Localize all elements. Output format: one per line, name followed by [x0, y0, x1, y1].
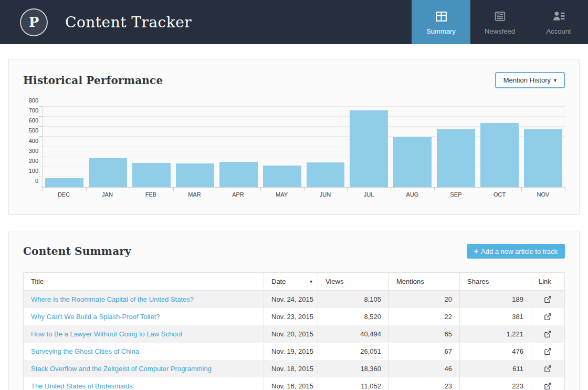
nav-tab-summary[interactable]: Summary [412, 0, 470, 44]
article-title-link[interactable]: Why Can't We Build a Splash-Proof Toilet… [31, 313, 160, 321]
bar-slot-nov [521, 107, 565, 187]
bar-dec[interactable] [45, 178, 83, 187]
mentions-cell: 65 [389, 325, 460, 343]
bar-slot-jun [304, 107, 348, 187]
column-header-link[interactable]: Link [531, 273, 565, 291]
caret-down-icon: ▾ [554, 77, 556, 83]
bar-slot-feb [130, 107, 173, 187]
x-axis-label-aug: AUG [391, 191, 434, 198]
x-axis-tick [86, 187, 87, 191]
logo-letter: P [29, 14, 39, 30]
mentions-cell: 46 [389, 360, 460, 377]
y-axis-label-200: 200 [24, 158, 38, 164]
navbar: P Content Tracker SummaryNewsfeedAccount [0, 0, 588, 44]
y-axis-label-300: 300 [24, 148, 38, 154]
article-title-cell: Surveying the Ghost Cities of China [24, 343, 264, 360]
x-axis-tick [391, 187, 391, 191]
bar-slot-dec [43, 107, 86, 187]
article-title-cell: Why Can't We Build a Splash-Proof Toilet… [24, 308, 264, 325]
external-link-icon[interactable] [544, 347, 552, 355]
x-axis-label-dec: DEC [42, 191, 86, 198]
shares-cell: 611 [460, 360, 531, 377]
bar-aug[interactable] [393, 137, 432, 187]
nav-tab-account[interactable]: Account [529, 0, 588, 44]
external-link-icon[interactable] [544, 382, 552, 390]
external-link-icon[interactable] [544, 365, 552, 373]
article-title-cell: The United States of Bridesmaids [24, 377, 264, 390]
external-link-icon[interactable] [544, 295, 552, 303]
table-row: Stack Overflow and the Zeitgeist of Comp… [24, 360, 565, 377]
add-article-button[interactable]: + Add a new article to track [467, 244, 565, 259]
mentions-cell: 67 [389, 343, 460, 360]
nav-tabs: SummaryNewsfeedAccount [412, 0, 588, 44]
external-link-icon[interactable] [544, 313, 552, 321]
article-title-link[interactable]: Surveying the Ghost Cities of China [31, 347, 139, 355]
y-axis-label-400: 400 [24, 138, 38, 144]
views-cell: 11,052 [318, 377, 389, 390]
bar-jan[interactable] [89, 158, 127, 187]
y-axis-tick [39, 116, 43, 117]
bar-sep[interactable] [437, 129, 475, 187]
bar-jun[interactable] [307, 162, 345, 187]
article-title-link[interactable]: Stack Overflow and the Zeitgeist of Comp… [31, 365, 212, 373]
article-title-link[interactable]: How to Be a Lawyer Without Going to Law … [31, 330, 182, 338]
y-axis-label-100: 100 [24, 168, 38, 174]
bar-slot-mar [173, 107, 217, 187]
x-axis-label-mar: MAR [173, 191, 216, 198]
column-header-label: Date [271, 278, 286, 285]
nav-tab-newsfeed[interactable]: Newsfeed [470, 0, 529, 44]
shares-cell: 381 [460, 308, 531, 325]
column-header-shares[interactable]: Shares [460, 273, 531, 291]
bar-may[interactable] [263, 166, 301, 187]
column-header-label: Views [326, 278, 343, 285]
x-axis-label-oct: OCT [478, 191, 521, 198]
bar-oct[interactable] [480, 123, 519, 187]
historical-performance-card: Historical Performance Mention History ▾… [8, 59, 580, 215]
article-title-link[interactable]: The United States of Bridesmaids [31, 382, 133, 390]
bar-mar[interactable] [176, 163, 214, 187]
external-link-icon[interactable] [544, 330, 552, 338]
y-axis-label-800: 800 [24, 97, 38, 104]
app-logo[interactable]: P [20, 8, 48, 36]
link-cell [531, 377, 565, 390]
historical-card-header: Historical Performance Mention History ▾ [23, 72, 565, 88]
y-axis-label-0: 0 [24, 178, 38, 184]
bar-slot-apr [217, 107, 260, 187]
bar-jul[interactable] [350, 110, 388, 187]
bar-feb[interactable] [132, 163, 171, 187]
column-header-mentions[interactable]: Mentions [389, 273, 460, 291]
article-title-link[interactable]: Where Is the Roommate Capital of the Uni… [31, 295, 194, 303]
mentions-cell: 22 [389, 308, 460, 325]
column-header-title[interactable]: Title [24, 273, 264, 291]
bar-slot-aug [391, 107, 434, 187]
views-cell: 40,494 [318, 325, 389, 343]
bar-slot-jan [86, 107, 130, 187]
x-axis-tick [43, 187, 43, 191]
bar-apr[interactable] [219, 162, 258, 187]
table-row: The United States of BridesmaidsNov. 16,… [24, 377, 565, 390]
chart-bars [43, 107, 565, 187]
shares-cell: 223 [460, 377, 531, 390]
x-axis-tick [521, 187, 522, 191]
table-row: Where Is the Roommate Capital of the Uni… [24, 291, 565, 309]
column-header-views[interactable]: Views [318, 273, 389, 291]
y-axis-tick [39, 157, 43, 157]
link-cell [531, 291, 565, 309]
y-axis-tick [39, 187, 43, 187]
bar-slot-jul [347, 107, 391, 187]
views-cell: 18,360 [318, 360, 389, 377]
chart-plot-area: 0100200300400500600700800 [42, 107, 565, 188]
x-axis-label-may: MAY [260, 191, 303, 198]
app-title: Content Tracker [65, 14, 192, 31]
mentions-cell: 23 [389, 377, 460, 390]
bar-nov[interactable] [524, 129, 562, 187]
date-cell: Nov. 18, 2015 [264, 360, 318, 377]
y-axis-tick [39, 177, 43, 177]
x-axis-label-apr: APR [216, 191, 260, 198]
y-axis-label-700: 700 [24, 107, 38, 114]
column-header-date[interactable]: Date▾ [264, 273, 318, 291]
date-cell: Nov. 24, 2015 [264, 291, 318, 309]
article-title-cell: How to Be a Lawyer Without Going to Law … [24, 325, 264, 343]
x-axis-tick [304, 187, 304, 191]
mention-history-dropdown[interactable]: Mention History ▾ [495, 72, 565, 88]
